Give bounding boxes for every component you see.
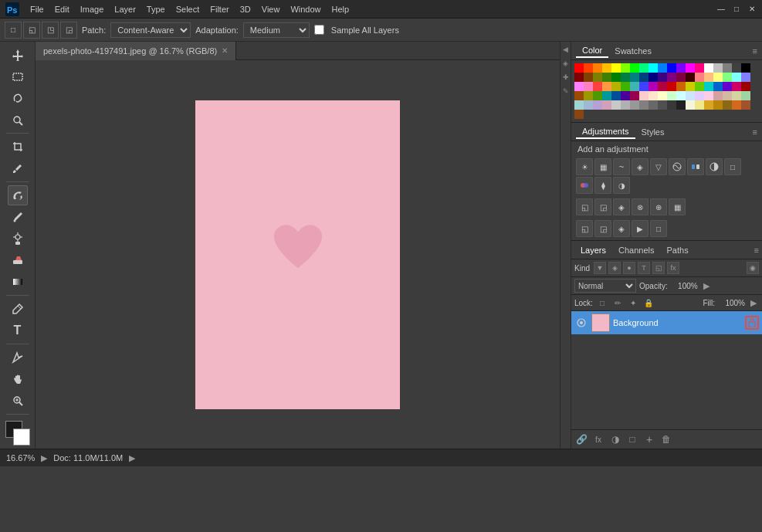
swatch-item[interactable] [686,73,695,82]
layer-visibility-icon[interactable] [574,316,588,330]
swatch-item[interactable] [667,73,676,82]
layers-panel-menu-icon[interactable]: ≡ [754,246,759,255]
levels-adj-icon[interactable]: ▦ [594,158,611,175]
fill-increment-icon[interactable]: ▶ [748,297,759,308]
move-tool[interactable] [8,45,28,65]
swatch-item[interactable] [649,100,658,110]
swatch-item[interactable] [621,100,630,110]
tab-adjustments[interactable]: Adjustments [576,125,635,139]
swatch-item[interactable] [621,73,630,82]
swatch-item[interactable] [658,73,667,82]
gradient-tool[interactable] [8,272,28,292]
swatch-item[interactable] [723,63,732,73]
pattern-adj-icon[interactable]: ▦ [669,198,686,215]
add-layer-style-icon[interactable]: fx [591,432,605,446]
swatch-item[interactable] [649,73,658,82]
status-nav-icon[interactable]: ▶ [129,453,135,463]
brush-tool[interactable] [8,207,28,227]
swatch-item[interactable] [639,100,649,110]
swatch-item[interactable] [704,73,713,82]
swatch-item[interactable] [630,100,639,110]
selectcolor-adj-icon[interactable]: ◈ [613,198,630,215]
swatch-item[interactable] [732,82,741,91]
swatch-item[interactable] [593,82,602,91]
measure-icon[interactable]: ✚ [561,73,571,82]
exposure-adj-icon[interactable]: ◈ [632,158,649,175]
layers-filter-shape[interactable]: ◱ [652,262,665,274]
swatch-item[interactable] [574,110,584,119]
swatch-item[interactable] [584,91,593,100]
lasso-tool[interactable] [8,88,28,108]
swatch-item[interactable] [584,63,593,73]
pen-tool[interactable] [8,299,28,319]
swatch-item[interactable] [723,82,732,91]
blend-mode-select[interactable]: Normal Dissolve Multiply Screen Overlay [574,279,636,293]
bw-adj-icon[interactable] [706,158,723,175]
swatch-item[interactable] [602,100,611,110]
swatch-item[interactable] [630,63,639,73]
swatch-item[interactable] [658,82,667,91]
swatch-item[interactable] [658,100,667,110]
swatch-item[interactable] [686,63,695,73]
close-button[interactable]: ✕ [745,2,759,16]
swatch-item[interactable] [574,100,584,110]
opacity-increment-icon[interactable]: ▶ [701,280,712,291]
adj-extra1[interactable]: ◱ [576,220,593,237]
swatch-item[interactable] [676,91,686,100]
swatch-item[interactable] [621,63,630,73]
link-layers-icon[interactable]: 🔗 [574,432,588,446]
new-layer-icon[interactable]: + [642,432,656,446]
swatch-item[interactable] [667,100,676,110]
layers-filter-text[interactable]: T [638,262,650,274]
adj-extra4[interactable]: ▶ [632,220,649,237]
colorbalance-adj-icon[interactable] [687,158,704,175]
invert-adj-icon[interactable]: ◑ [613,177,630,194]
tab-paths[interactable]: Paths [661,244,695,256]
status-arrow-icon[interactable]: ▶ [41,453,47,463]
swatch-item[interactable] [732,73,741,82]
sample-all-layers-checkbox[interactable] [314,25,324,35]
menu-type[interactable]: Type [141,3,171,15]
swatch-item[interactable] [713,100,723,110]
tab-color[interactable]: Color [576,44,608,58]
color-sampler-icon[interactable]: ◈ [561,59,571,68]
swatch-item[interactable] [658,63,667,73]
eraser-tool[interactable] [8,250,28,270]
swatch-item[interactable] [667,82,676,91]
swatch-item[interactable] [639,73,649,82]
swatch-item[interactable] [593,91,602,100]
marquee-tool[interactable] [8,66,28,86]
layer-row-background[interactable]: Background [571,311,762,334]
swatch-item[interactable] [723,91,732,100]
text-tool[interactable]: T [8,320,28,341]
swatch-item[interactable] [723,100,732,110]
tool-btn-intersect[interactable]: ◳ [42,22,59,39]
menu-edit[interactable]: Edit [49,3,75,15]
tab-close-icon[interactable]: ✕ [222,46,228,55]
tab-swatches[interactable]: Swatches [608,45,658,57]
swatch-item[interactable] [676,82,686,91]
add-mask-icon[interactable]: ◑ [608,432,622,446]
adj-extra3[interactable]: ◈ [613,220,630,237]
swatch-item[interactable] [686,82,695,91]
layers-filter-adj[interactable]: ● [623,262,635,274]
hand-tool[interactable] [8,369,28,389]
swatch-item[interactable] [574,91,584,100]
tool-btn-subtract[interactable]: ◱ [23,22,40,39]
color-panel-menu-icon[interactable]: ≡ [753,46,757,56]
swatch-item[interactable] [676,100,686,110]
tab-layers[interactable]: Layers [574,244,612,256]
posterize-adj-icon[interactable]: ◱ [576,198,593,215]
swatch-item[interactable] [686,91,695,100]
gradientmap-adj-icon[interactable]: ⊗ [632,198,649,215]
patch-select[interactable]: Content-Aware Normal [110,22,191,38]
crop-tool[interactable] [8,137,28,157]
swatch-item[interactable] [621,91,630,100]
channelmix-adj-icon[interactable] [576,177,593,194]
swatch-item[interactable] [732,63,741,73]
swatch-item[interactable] [602,63,611,73]
swatch-item[interactable] [584,100,593,110]
swatch-item[interactable] [741,82,750,91]
swatch-item[interactable] [695,63,704,73]
swatch-item[interactable] [574,82,584,91]
